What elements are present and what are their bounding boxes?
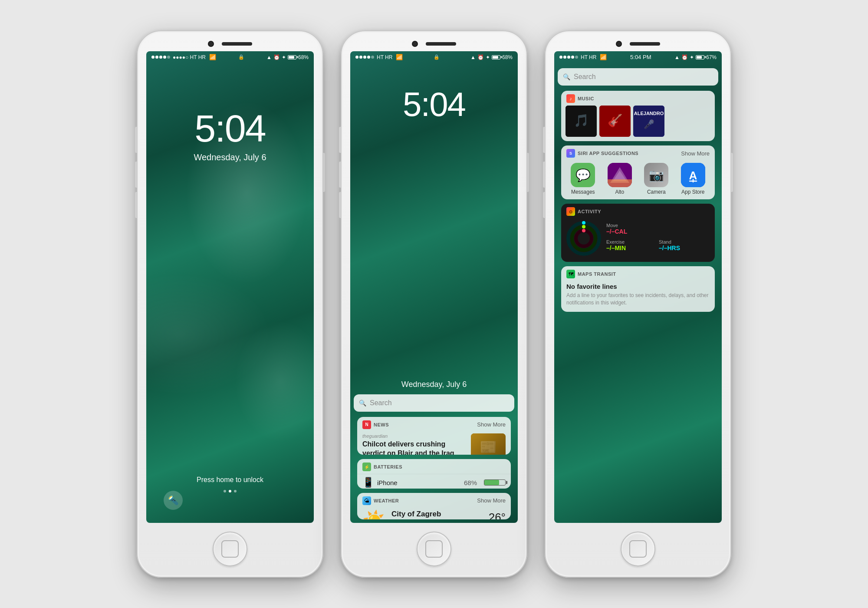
- s3: [363, 56, 366, 59]
- siri-show-more[interactable]: Show More: [681, 150, 710, 157]
- bt-3: ✦: [690, 54, 694, 60]
- siri-app-camera[interactable]: 📷 Camera: [644, 163, 668, 195]
- batteries-widget: ⚡ BATTERIES 📱 iPhone 68% ⌚ Wa: [357, 459, 511, 488]
- siri-header: S SIRI APP SUGGESTIONS Show More: [561, 145, 715, 160]
- widgets-scroll-3: ♪ MUSIC 🎵: [558, 89, 718, 315]
- notification-screen: HT HR 📶 🔒 ▲ ⏰ ✦ 68% 5:04 Wedne: [350, 51, 518, 523]
- maps-icon: 🗺: [566, 270, 575, 278]
- siri-app-appstore[interactable]: A App Store: [681, 163, 705, 195]
- weather-header: 🌤 WEATHER Show More: [357, 493, 511, 508]
- stand-value: –/–HRS: [659, 245, 710, 251]
- status-bar-2: HT HR 📶 🔒 ▲ ⏰ ✦ 68%: [350, 51, 518, 63]
- album-2[interactable]: 🎸: [599, 106, 631, 137]
- music-header: ♪ MUSIC: [561, 91, 715, 106]
- status-bar-3: HT HR 📶 5:04 PM ▲ ⏰ ✦ 67%: [554, 51, 722, 63]
- front-camera-3: [616, 41, 622, 47]
- svg-text:🎤: 🎤: [644, 119, 654, 129]
- camera-icon-sym: 📷: [649, 168, 664, 182]
- news-show-more[interactable]: Show More: [477, 421, 506, 428]
- exercise-value: –/–MIN: [606, 245, 657, 251]
- signal-dot-2: [155, 56, 158, 59]
- status-bar: ●●●●○ HT HR 📶 🔒 ▲ ⏰ ✦ 68%: [146, 51, 314, 63]
- iphone-3: HT HR 📶 5:04 PM ▲ ⏰ ✦ 67%: [545, 30, 731, 578]
- search-bar-2[interactable]: 🔍 Search: [354, 394, 514, 412]
- weather-info: City of Zagreb Mostly Sunny Chance of Ra…: [391, 510, 479, 519]
- battery-label: 68%: [298, 54, 309, 60]
- exercise-stat: Exercise –/–MIN: [606, 239, 657, 251]
- activity-widget: ⊙ ACTIVITY: [561, 204, 715, 262]
- lock-date: Wednesday, July 6: [194, 152, 266, 162]
- activity-icon-sym: ⊙: [569, 209, 572, 214]
- iphone-battery-bar: [484, 479, 506, 486]
- album-3[interactable]: ALEJANDRO 🎤: [633, 106, 664, 137]
- batteries-title: BATTERIES: [374, 464, 506, 469]
- maps-content: No favorite lines Add a line to your fav…: [561, 281, 715, 312]
- maps-desc: Add a line to your favorites to see inci…: [566, 292, 710, 307]
- weather-show-more[interactable]: Show More: [477, 497, 506, 504]
- flashlight-button[interactable]: 🔦: [164, 491, 183, 510]
- siri-app-messages[interactable]: 💬 Messages: [571, 163, 595, 195]
- activity-stats: Move –/–CAL Exercise –/–MIN Stand: [606, 223, 710, 254]
- wifi-icon-2: 📶: [396, 54, 403, 60]
- iphone-1-screen: ●●●●○ HT HR 📶 🔒 ▲ ⏰ ✦ 68% 5:04: [146, 51, 314, 523]
- iphone-battery-label: iPhone: [377, 479, 460, 486]
- time-status-3: 5:04 PM: [630, 54, 651, 60]
- svg-text:📰: 📰: [480, 439, 497, 455]
- svg-text:🎸: 🎸: [608, 113, 623, 128]
- news-headline[interactable]: Chilcot delivers crushing verdict on Bla…: [362, 440, 467, 455]
- siri-app-alto[interactable]: Alto: [608, 163, 632, 195]
- batt-body-3: [696, 55, 704, 59]
- dot-2: [229, 490, 231, 492]
- wifi-3: 📶: [600, 54, 607, 60]
- s2: [359, 56, 362, 59]
- news-header: N NEWS Show More: [357, 417, 511, 432]
- search-placeholder-3: Search: [574, 73, 596, 81]
- home-button-3[interactable]: [621, 532, 655, 566]
- home-button-2[interactable]: [417, 532, 451, 566]
- weather-sun-icon: ☀️: [362, 509, 386, 519]
- iphone-2-screen: HT HR 📶 🔒 ▲ ⏰ ✦ 68% 5:04 Wedne: [350, 51, 518, 523]
- widgets-scroll-2: N NEWS Show More theguardian Chilcot del…: [354, 415, 514, 523]
- bluetooth-icon: ✦: [282, 54, 286, 60]
- status-right-2: ▲ ⏰ ✦ 68%: [470, 54, 513, 60]
- weather-content: ☀️ City of Zagreb Mostly Sunny Chance of…: [357, 508, 511, 519]
- music-widget: ♪ MUSIC 🎵: [561, 91, 715, 141]
- s1: [355, 56, 358, 59]
- siri-s: S: [569, 151, 572, 155]
- bt-2: ✦: [486, 54, 490, 60]
- lock-time: 5:04: [194, 106, 265, 151]
- activity-header: ⊙ ACTIVITY: [561, 204, 715, 219]
- signal-dot-5: [167, 56, 170, 59]
- dot-3: [234, 490, 237, 492]
- lock-icon-2: 🔒: [434, 54, 440, 60]
- search-icon-2: 🔍: [359, 400, 366, 406]
- iphone-3-top: [546, 31, 730, 51]
- search-bar-3[interactable]: 🔍 Search: [558, 68, 718, 86]
- iphone-battery-fill: [484, 480, 499, 485]
- svg-text:ALEJANDRO: ALEJANDRO: [634, 111, 664, 116]
- stand-stat: Stand –/–HRS: [659, 239, 710, 251]
- svg-text:🎵: 🎵: [574, 113, 589, 128]
- s5: [371, 56, 374, 59]
- news-title: NEWS: [374, 422, 474, 427]
- press-home-label[interactable]: Press home to unlock: [197, 476, 263, 484]
- signal-dot-4: [163, 56, 166, 59]
- home-button[interactable]: [213, 532, 247, 566]
- signal-dot-3: [159, 56, 162, 59]
- activity-content: Move –/–CAL Exercise –/–MIN Stand: [561, 219, 715, 262]
- weather-icon-sym: 🌤: [364, 498, 369, 504]
- speaker-3: [630, 42, 660, 46]
- iphone-battery-pct: 68%: [464, 479, 477, 486]
- batt-body-2: [492, 55, 500, 59]
- album-1[interactable]: 🎵: [566, 106, 597, 137]
- s4: [367, 56, 370, 59]
- weather-city: City of Zagreb: [391, 510, 479, 519]
- page-dots: [224, 490, 237, 492]
- dot-1: [224, 490, 226, 492]
- maps-widget: 🗺 MAPS TRANSIT No favorite lines Add a l…: [561, 266, 715, 312]
- s3-5: [575, 56, 578, 59]
- carrier-2: HT HR: [377, 54, 392, 60]
- loc-2: ▲: [470, 54, 476, 60]
- move-value: –/–CAL: [606, 228, 657, 235]
- search-icon-3: 🔍: [563, 73, 570, 80]
